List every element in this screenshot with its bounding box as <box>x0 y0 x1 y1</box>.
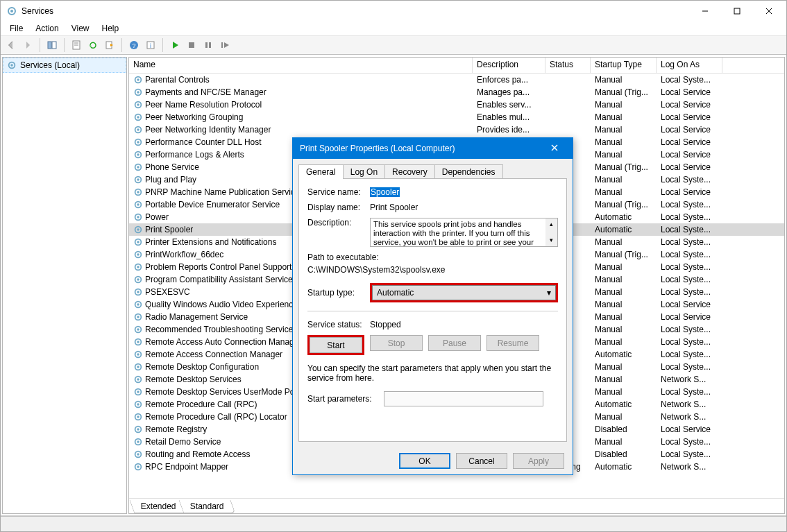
service-logon-cell: Local Syste... <box>657 362 722 372</box>
divider <box>307 311 558 311</box>
restart-service-button[interactable] <box>217 37 232 53</box>
service-logon-cell: Local Service <box>657 150 722 160</box>
dialog-tabs: General Log On Recovery Dependencies <box>298 164 567 179</box>
service-logon-cell: Local Syste... <box>657 225 722 234</box>
service-logon-cell: Network S... <box>657 462 722 472</box>
stop-service-button[interactable] <box>184 37 199 53</box>
bottom-tabs: Extended Standard <box>129 498 784 513</box>
svg-point-57 <box>137 291 139 293</box>
menu-view[interactable]: View <box>65 22 96 35</box>
menu-file[interactable]: File <box>3 22 29 35</box>
service-logon-cell: Local Syste... <box>657 250 722 259</box>
start-params-input[interactable] <box>384 391 543 406</box>
back-button[interactable] <box>3 37 19 53</box>
menu-action[interactable]: Action <box>29 22 65 35</box>
scroll-up-icon[interactable]: ▴ <box>545 218 557 230</box>
service-startup-cell: Manual <box>591 150 657 160</box>
service-startup-cell: Disabled <box>591 424 657 434</box>
dialog-title: Print Spooler Properties (Local Computer… <box>300 144 541 153</box>
service-startup-cell: Manual <box>591 137 657 147</box>
service-logon-cell: Local Syste... <box>657 175 722 185</box>
svg-point-1 <box>10 10 13 12</box>
service-startup-cell: Disabled <box>591 449 657 459</box>
description-scrollbar[interactable]: ▴ ▾ <box>545 218 557 246</box>
service-desc-cell: Provides ide... <box>473 125 545 135</box>
start-service-button[interactable] <box>167 37 183 53</box>
service-startup-cell: Manual (Trig... <box>591 87 657 97</box>
service-startup-cell: Automatic <box>591 350 657 359</box>
tree-item-services-local[interactable]: Services (Local) <box>3 58 126 73</box>
svg-point-63 <box>137 328 139 331</box>
svg-point-81 <box>137 440 139 443</box>
col-name[interactable]: Name <box>129 58 473 73</box>
service-logon-cell: Local Syste... <box>657 212 722 222</box>
chevron-down-icon: ▾ <box>547 288 551 298</box>
tab-standard[interactable]: Standard <box>178 500 235 513</box>
svg-point-83 <box>137 453 139 456</box>
properties-button[interactable] <box>69 37 84 53</box>
show-hide-tree-button[interactable] <box>44 37 60 53</box>
service-startup-cell: Manual <box>591 362 657 372</box>
stop-button[interactable]: Stop <box>370 335 423 351</box>
service-desc-cell: Enforces pa... <box>473 75 545 85</box>
service-name-cell: Parental Controls <box>129 75 473 85</box>
service-startup-cell: Manual <box>591 412 657 422</box>
help-button[interactable]: ? <box>126 37 142 53</box>
service-logon-cell: Local Syste... <box>657 449 722 459</box>
close-button[interactable] <box>753 1 785 22</box>
svg-point-43 <box>137 203 139 206</box>
svg-point-21 <box>10 64 13 67</box>
tab-general[interactable]: General <box>298 164 344 179</box>
pause-button[interactable]: Pause <box>428 335 481 351</box>
col-logon[interactable]: Log On As <box>657 58 722 73</box>
dialog-close-button[interactable] <box>541 144 568 153</box>
tab-recovery[interactable]: Recovery <box>384 164 435 179</box>
svg-point-49 <box>137 241 139 243</box>
service-logon-cell: Local Service <box>657 187 722 197</box>
col-startup[interactable]: Startup Type <box>591 58 657 73</box>
service-startup-cell: Manual <box>591 237 657 247</box>
svg-point-85 <box>137 465 139 468</box>
service-logon-cell: Local Syste... <box>657 350 722 359</box>
service-row[interactable]: Payments and NFC/SE ManagerManages pa...… <box>129 86 784 98</box>
service-logon-cell: Local Service <box>657 424 722 434</box>
service-name-cell: Payments and NFC/SE Manager <box>129 87 473 97</box>
service-row[interactable]: Peer Networking GroupingEnables mul...Ma… <box>129 111 784 123</box>
apply-button[interactable]: Apply <box>513 453 564 469</box>
service-row[interactable]: Peer Networking Identity ManagerProvides… <box>129 123 784 136</box>
service-startup-cell: Manual (Trig... <box>591 162 657 172</box>
svg-rect-17 <box>205 42 208 48</box>
start-params-hint: You can specify the start parameters tha… <box>307 363 558 383</box>
svg-point-71 <box>137 378 139 381</box>
help-topics-button[interactable]: i <box>143 37 158 53</box>
service-desc-cell: Manages pa... <box>473 87 545 97</box>
cancel-button[interactable]: Cancel <box>456 453 507 469</box>
refresh-button[interactable] <box>85 37 101 53</box>
resume-button[interactable]: Resume <box>486 335 539 351</box>
display-name-label: Display name: <box>307 203 370 212</box>
start-button[interactable]: Start <box>310 337 362 353</box>
export-button[interactable] <box>102 37 117 53</box>
service-row[interactable]: Parental ControlsEnforces pa...ManualLoc… <box>129 74 784 86</box>
col-status[interactable]: Status <box>545 58 591 73</box>
startup-type-combo[interactable]: Automatic ▾ <box>372 285 556 300</box>
pause-service-button[interactable] <box>201 37 216 53</box>
svg-point-55 <box>137 278 139 281</box>
forward-button[interactable] <box>20 37 35 53</box>
ok-button[interactable]: OK <box>399 453 450 469</box>
service-logon-cell: Local Service <box>657 87 722 97</box>
minimize-button[interactable] <box>689 1 721 22</box>
scroll-down-icon[interactable]: ▾ <box>545 234 557 246</box>
service-row[interactable]: Peer Name Resolution ProtocolEnables ser… <box>129 98 784 111</box>
start-params-label: Start parameters: <box>307 394 384 404</box>
service-startup-cell: Manual <box>591 125 657 135</box>
service-logon-cell: Local Service <box>657 125 722 135</box>
service-startup-cell: Manual <box>591 187 657 197</box>
service-startup-cell: Manual <box>591 287 657 297</box>
tab-logon[interactable]: Log On <box>343 164 385 179</box>
svg-point-65 <box>137 341 139 343</box>
col-description[interactable]: Description <box>473 58 545 73</box>
tab-dependencies[interactable]: Dependencies <box>434 164 503 179</box>
menu-help[interactable]: Help <box>96 22 126 35</box>
maximize-button[interactable] <box>721 1 753 22</box>
